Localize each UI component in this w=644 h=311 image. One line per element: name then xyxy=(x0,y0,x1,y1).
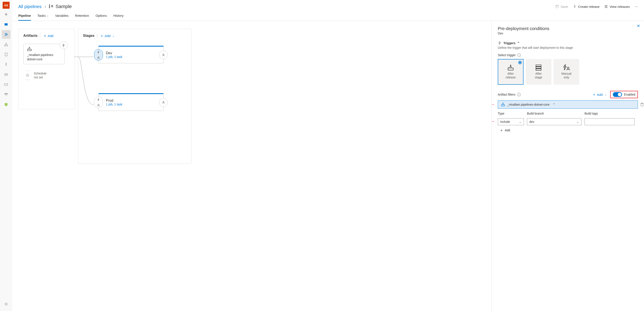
trigger-after-release[interactable]: After release xyxy=(498,59,524,85)
svg-rect-2 xyxy=(5,53,7,56)
pipelines-icon[interactable] xyxy=(2,30,10,39)
svg-rect-24 xyxy=(641,103,643,106)
library-icon[interactable] xyxy=(2,70,10,79)
view-releases-button[interactable]: View releases xyxy=(604,5,630,8)
svg-point-15 xyxy=(163,54,164,55)
list-icon xyxy=(604,5,608,8)
stage-job-link[interactable]: 1 job, 1 task xyxy=(106,103,122,106)
svg-point-17 xyxy=(163,101,164,103)
tab-options[interactable]: Options xyxy=(96,11,107,21)
svg-rect-21 xyxy=(536,69,541,70)
bolt-user-icon xyxy=(563,64,570,70)
svg-rect-20 xyxy=(536,67,541,68)
artifact-filter-dropdown[interactable]: _ninallam.pipelines-dotnet-core ⌃ xyxy=(498,100,638,109)
shield-icon[interactable] xyxy=(2,100,10,109)
radio-selected-icon xyxy=(518,61,522,64)
add-artifact-filter-button[interactable]: ＋ Add ⌄ xyxy=(592,93,607,96)
svg-point-16 xyxy=(98,104,99,105)
chevron-up-icon: ⌃ xyxy=(553,103,555,106)
artifact-card[interactable]: _ninallam.pipelines-dotnet-core xyxy=(23,44,65,64)
bolt-icon xyxy=(97,51,100,54)
svg-rect-12 xyxy=(28,49,32,51)
svg-rect-5 xyxy=(6,93,8,94)
chevron-up-icon[interactable]: ⌃ xyxy=(517,41,520,45)
svg-rect-11 xyxy=(556,5,558,6)
schedule-trigger-button[interactable] xyxy=(23,71,32,80)
add-icon[interactable] xyxy=(2,10,10,19)
pre-deployment-conditions-dev[interactable] xyxy=(94,49,103,60)
save-icon xyxy=(555,5,559,8)
trigger-after-stage[interactable]: After stage xyxy=(526,59,552,85)
create-release-button[interactable]: Create release xyxy=(573,5,600,8)
svg-rect-4 xyxy=(5,93,6,94)
chevron-down-icon: ⌄ xyxy=(47,14,48,17)
svg-rect-18 xyxy=(508,68,513,70)
build-icon xyxy=(501,103,505,106)
artifact-filters-toggle[interactable] xyxy=(613,92,622,97)
org-avatar[interactable]: AS xyxy=(2,2,10,9)
tab-tasks[interactable]: Tasks⌄ xyxy=(38,11,48,21)
type-dropdown[interactable]: Include xyxy=(498,118,524,125)
plus-icon: ＋ xyxy=(592,93,596,96)
chevron-down-icon: ⌄ xyxy=(112,34,114,37)
schedule-status: Schedule not set xyxy=(34,71,46,79)
delete-filter-button[interactable] xyxy=(640,102,644,107)
breadcrumb-root-link[interactable]: All pipelines xyxy=(18,4,42,9)
annotation-arrow-icon: → xyxy=(492,119,495,124)
tags-input[interactable] xyxy=(584,118,635,125)
stage-name: Prod xyxy=(106,99,122,103)
trigger-manual-only[interactable]: Manual only xyxy=(554,59,579,85)
post-deployment-conditions-prod[interactable] xyxy=(159,98,168,107)
annotation-arrow-icon: → xyxy=(492,102,495,107)
svg-rect-19 xyxy=(536,65,541,66)
info-icon[interactable]: i xyxy=(517,93,521,96)
post-deployment-conditions-dev[interactable] xyxy=(159,50,168,59)
server-icon xyxy=(535,64,542,70)
svg-rect-7 xyxy=(49,4,50,5)
rocket-icon[interactable] xyxy=(2,60,10,69)
pre-deployment-panel: ✕ Pre-deployment conditions Dev Triggers… xyxy=(492,21,644,311)
stage-card-prod[interactable]: Prod 1 job, 1 task xyxy=(98,94,164,111)
stage-card-dev[interactable]: Dev 1 job, 1 task xyxy=(98,46,164,63)
type-label: Type xyxy=(498,112,524,115)
build-icon xyxy=(27,47,32,51)
svg-point-22 xyxy=(567,67,569,69)
user-icon xyxy=(162,101,165,104)
build-download-icon xyxy=(507,64,514,70)
taskgroups-icon[interactable] xyxy=(2,80,10,89)
panel-title: Pre-deployment conditions xyxy=(498,26,638,31)
stage-job-link[interactable]: 1 job, 1 task xyxy=(106,55,122,59)
filter-artifact-name: _ninallam.pipelines-dotnet-core xyxy=(507,103,550,106)
svg-rect-8 xyxy=(49,6,50,7)
artifacts-panel: Artifacts │ ＋ Add _ninallam.pipelines-do… xyxy=(18,29,75,109)
continuous-deployment-trigger-button[interactable] xyxy=(60,41,68,49)
close-panel-button[interactable]: ✕ xyxy=(637,23,640,28)
user-icon xyxy=(97,56,100,59)
user-icon xyxy=(162,53,165,56)
artifact-filters-label: Artifact filters xyxy=(498,93,516,96)
pre-deployment-conditions-prod[interactable] xyxy=(94,97,103,108)
svg-point-14 xyxy=(98,57,99,58)
tab-pipeline[interactable]: Pipeline xyxy=(18,11,31,21)
tab-variables[interactable]: Variables xyxy=(55,11,68,21)
add-artifact-button[interactable]: ＋ Add xyxy=(43,34,54,38)
settings-icon[interactable] xyxy=(2,300,10,309)
panel-stage-name: Dev xyxy=(498,31,638,35)
add-stage-button[interactable]: ＋ Add ⌄ xyxy=(100,34,114,38)
branch-dropdown[interactable]: dev xyxy=(527,118,582,125)
artifacts-title: Artifacts xyxy=(23,34,38,38)
clock-icon xyxy=(26,74,29,77)
environments-icon[interactable] xyxy=(2,50,10,59)
info-icon[interactable]: i xyxy=(518,53,521,57)
left-nav-rail: AS xyxy=(0,0,12,311)
svg-rect-3 xyxy=(4,84,8,85)
triggers-description: Define the trigger that will start deplo… xyxy=(498,46,638,49)
tab-history[interactable]: History xyxy=(113,11,124,21)
add-filter-row-button[interactable]: ＋ Add xyxy=(500,128,638,132)
tab-retention[interactable]: Retention xyxy=(75,11,89,21)
boards-icon[interactable] xyxy=(2,20,10,29)
more-button[interactable]: ⋯ xyxy=(635,4,638,8)
svg-point-6 xyxy=(6,303,7,305)
builds-icon[interactable] xyxy=(2,40,10,49)
deployment-icon[interactable] xyxy=(2,90,10,99)
